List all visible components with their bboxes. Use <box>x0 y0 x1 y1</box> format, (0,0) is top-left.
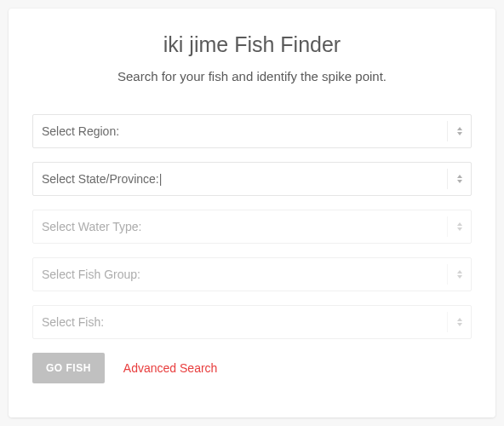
chevron-sort-icon <box>447 121 464 141</box>
select-fish-group: Select Fish Group: <box>32 257 472 291</box>
fish-finder-card: iki jime Fish Finder Search for your fis… <box>9 9 495 417</box>
go-fish-button[interactable]: GO FISH <box>32 353 105 383</box>
select-water-type: Select Water Type: <box>32 210 472 244</box>
page-title: iki jime Fish Finder <box>32 32 472 57</box>
select-region-label: Select Region: <box>42 124 119 138</box>
chevron-sort-icon <box>447 169 464 189</box>
page-subtitle: Search for your fish and identify the sp… <box>32 69 472 83</box>
select-fish-label: Select Fish: <box>42 315 104 329</box>
select-state-label: Select State/Province:| <box>42 172 162 186</box>
select-state-province[interactable]: Select State/Province:| <box>32 162 472 196</box>
actions-row: GO FISH Advanced Search <box>32 353 472 383</box>
select-fish-group-label: Select Fish Group: <box>42 268 140 281</box>
chevron-sort-icon <box>447 216 464 237</box>
chevron-sort-icon <box>447 264 464 285</box>
select-fish: Select Fish: <box>32 305 472 339</box>
advanced-search-link[interactable]: Advanced Search <box>123 361 218 375</box>
select-region[interactable]: Select Region: <box>32 114 472 148</box>
chevron-sort-icon <box>447 312 464 332</box>
select-water-type-label: Select Water Type: <box>42 220 142 233</box>
